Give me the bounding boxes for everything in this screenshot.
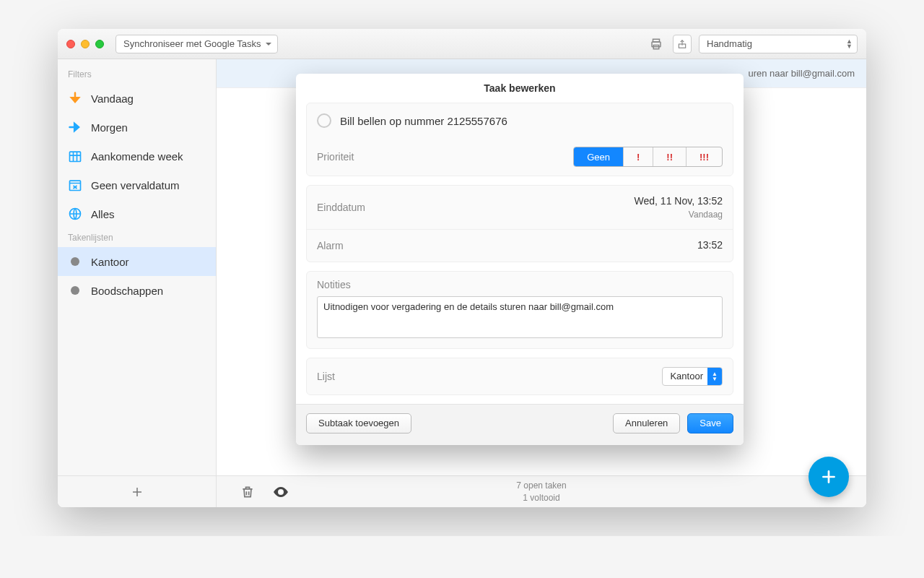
traffic-lights [66,40,104,48]
list-dot-icon [68,283,82,298]
calendar-x-icon [68,178,82,192]
task-row-text: uren naar bill@gmail.com [748,68,855,79]
updown-icon: ▲▼ [707,368,722,385]
sync-dropdown[interactable]: Synchroniseer met Google Tasks [116,35,278,53]
sidebar-item-tomorrow[interactable]: Morgen [58,113,216,142]
svg-rect-4 [70,152,81,161]
priority-none[interactable]: Geen [574,147,624,166]
priority-high[interactable]: !!! [687,147,722,166]
app-window: Synchroniseer met Google Tasks Handmatig… [58,29,866,507]
sidebar-item-label: Boodschappen [91,285,163,297]
updown-icon: ▲▼ [846,39,853,49]
list-select[interactable]: Kantoor ▲▼ [662,367,723,386]
list-dot-icon [68,254,82,269]
add-task-fab[interactable] [808,457,849,497]
footer-status: 7 open taken 1 voltooid [516,480,566,503]
list-select-value: Kantoor [670,371,703,381]
visibility-button[interactable] [271,483,290,501]
sidebar-list-kantoor[interactable]: Kantoor [58,247,216,276]
sidebar-item-label: Geen vervaldatum [91,179,180,191]
sidebar-item-label: Kantoor [91,256,129,268]
task-title-text: Bill bellen op nummer 2125557676 [340,115,507,127]
notes-panel: Notities Uitnodigen voor vergadering en … [306,271,733,349]
add-subtask-button[interactable]: Subtaak toevoegen [306,413,411,434]
priority-label: Prioriteit [317,151,354,163]
printer-icon [650,38,663,51]
plus-icon [131,486,144,499]
sync-dropdown-label: Synchroniseer met Google Tasks [123,38,261,49]
sidebar-item-upcoming-week[interactable]: Aankomende week [58,142,216,171]
modal-title: Taak bewerken [296,74,744,103]
sidebar-item-label: Aankomende week [91,150,183,163]
svg-point-14 [279,491,282,493]
sidebar-item-label: Morgen [91,121,128,134]
sidebar: Filters Vandaag Morgen Aankomende week [58,59,217,507]
sidebar-item-label: Alles [91,208,115,220]
cancel-button[interactable]: Annuleren [613,413,680,434]
save-button[interactable]: Save [687,413,733,434]
trash-icon [240,485,255,499]
mode-select[interactable]: Handmatig ▲▼ [699,35,858,53]
lists-header: Takenlijsten [58,228,216,247]
task-title-panel: Bill bellen op nummer 2125557676 Priorit… [306,103,733,176]
arrow-right-icon [68,120,82,134]
mode-select-label: Handmatig [707,38,752,49]
sidebar-item-today[interactable]: Vandaag [58,84,216,113]
arrow-down-icon [68,91,82,105]
close-window-button[interactable] [66,40,75,48]
sidebar-item-no-due-date[interactable]: Geen vervaldatum [58,171,216,199]
done-tasks-count: 1 voltooid [516,492,566,504]
sidebar-list-boodschappen[interactable]: Boodschappen [58,276,216,305]
share-icon [677,39,687,49]
end-date-value: Wed, 11 Nov, 13:52 [635,194,723,209]
priority-medium[interactable]: !! [653,147,687,166]
date-panel: Einddatum Wed, 11 Nov, 13:52 Vandaag Ala… [306,185,733,262]
list-panel: Lijst Kantoor ▲▼ [306,358,733,395]
print-button[interactable] [647,35,666,53]
notes-value: Uitnodigen voor vergadering en de detail… [323,301,614,312]
end-date-relative: Vandaag [635,209,723,221]
notes-textarea[interactable]: Uitnodigen voor vergadering en de detail… [317,296,723,338]
zoom-window-button[interactable] [95,40,104,48]
alarm-label: Alarm [317,240,344,251]
priority-low[interactable]: ! [624,147,653,166]
task-complete-checkbox[interactable] [317,113,331,128]
end-date-row[interactable]: Einddatum Wed, 11 Nov, 13:52 Vandaag [307,186,733,230]
calendar-week-icon [68,149,82,163]
open-tasks-count: 7 open taken [516,480,566,491]
priority-segmented: Geen ! !! !!! [573,147,723,167]
svg-rect-8 [70,181,81,190]
modal-footer: Subtaak toevoegen Annuleren Save [296,404,744,445]
plus-icon [819,467,838,486]
footer: 7 open taken 1 voltooid [58,475,866,507]
list-label: Lijst [317,371,335,382]
eye-icon [272,483,289,501]
globe-icon [68,207,82,221]
alarm-row[interactable]: Alarm 13:52 [307,230,733,262]
filters-header: Filters [58,65,216,84]
share-button[interactable] [673,35,692,53]
alarm-value: 13:52 [697,238,723,253]
sidebar-item-label: Vandaag [91,92,134,105]
footer-add-list[interactable] [58,476,217,507]
end-date-label: Einddatum [317,202,365,213]
edit-task-modal: Taak bewerken Bill bellen op nummer 2125… [296,74,744,445]
titlebar: Synchroniseer met Google Tasks Handmatig… [58,29,866,59]
sidebar-item-all[interactable]: Alles [58,199,216,228]
notes-label: Notities [317,279,351,290]
minimize-window-button[interactable] [81,40,90,48]
trash-button[interactable] [238,483,257,501]
